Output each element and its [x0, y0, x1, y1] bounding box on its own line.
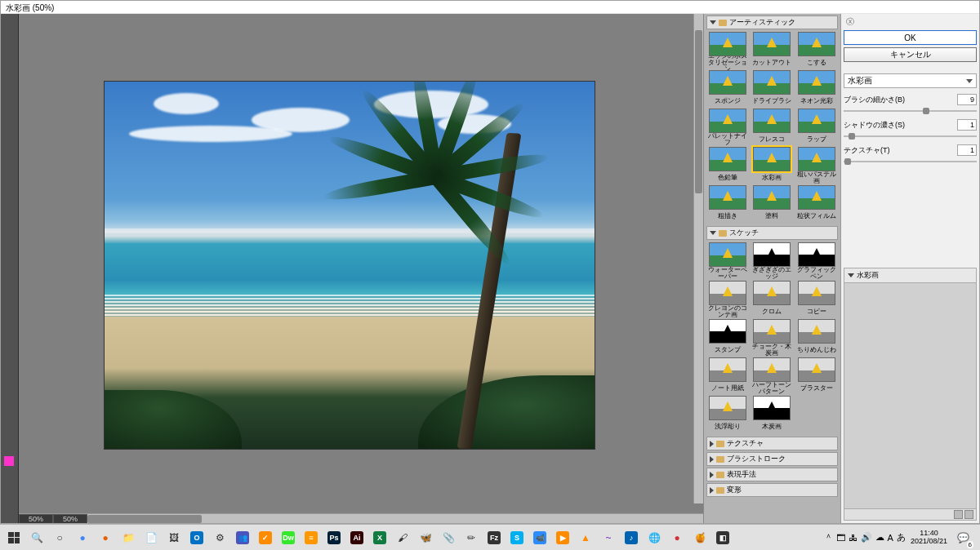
settings-icon[interactable]: ⚙ — [209, 527, 230, 548]
filter-thumb[interactable]: ネオン光彩 — [795, 70, 838, 107]
tray-chevron[interactable]: ＾ — [824, 531, 833, 543]
media-icon[interactable]: ▶ — [552, 527, 573, 548]
chrome-icon[interactable]: ● — [72, 527, 93, 548]
filter-thumb[interactable]: 粒状フィルム — [795, 185, 838, 222]
clip-icon[interactable]: 📎 — [438, 527, 459, 548]
category-closed[interactable]: 表現手法 — [706, 468, 838, 481]
filter-thumb[interactable]: 色鉛筆 — [706, 147, 749, 184]
music-icon[interactable]: ♪ — [621, 527, 642, 548]
category-artistic[interactable]: アーティスティック — [706, 16, 838, 29]
photoshop-icon[interactable]: Ps — [323, 527, 345, 548]
category-sketch[interactable]: スケッチ — [706, 226, 838, 240]
filter-thumb[interactable]: 水彩画 — [751, 147, 793, 184]
record-icon[interactable]: ● — [666, 527, 688, 548]
filter-thumb[interactable]: カットアウト — [751, 32, 793, 69]
category-closed[interactable]: 変形 — [706, 483, 838, 497]
horizontal-scrollbar[interactable] — [87, 514, 703, 524]
dreamweaver-icon[interactable]: Dw — [278, 527, 299, 548]
excel-icon[interactable]: X — [369, 527, 390, 548]
panel-marker: ⓧ — [844, 16, 977, 28]
preview-canvas[interactable] — [104, 81, 595, 450]
filter-label: パレットナイフ — [706, 134, 749, 145]
tray-battery[interactable]: 🗔 — [836, 533, 845, 543]
firefox-icon[interactable]: ● — [95, 527, 116, 548]
notes-icon[interactable]: 📄 — [140, 527, 162, 548]
zoom-readout-left[interactable]: 50% — [19, 514, 53, 524]
filter-thumb[interactable]: ぎざぎざのエッジ — [751, 242, 793, 279]
folder-icon — [716, 487, 724, 494]
globe-icon[interactable]: 🌐 — [644, 527, 665, 548]
illustrator-icon[interactable]: Ai — [346, 527, 368, 548]
teams-icon[interactable]: 👥 — [232, 527, 253, 548]
filter-thumb[interactable]: ちりめんじわ — [795, 319, 838, 356]
search-icon[interactable]: 🔍 — [26, 527, 47, 548]
filter-thumb[interactable]: 浅浮彫り — [706, 396, 749, 432]
filter-thumb[interactable]: ノート用紙 — [706, 357, 749, 394]
filter-thumb[interactable]: 粗描き — [706, 185, 749, 222]
param-slider[interactable] — [844, 131, 977, 141]
filter-thumb[interactable]: 塗料 — [751, 185, 793, 222]
tray-volume[interactable]: 🔊 — [861, 532, 872, 543]
tray-ime-a[interactable]: A — [888, 533, 893, 543]
filter-thumb[interactable]: グラフィックペン — [795, 242, 838, 279]
delete-effect-layer-icon[interactable] — [964, 510, 973, 519]
filter-select-dropdown[interactable]: 水彩画 — [844, 73, 977, 88]
ok-button[interactable]: OK — [844, 30, 977, 45]
explorer-icon[interactable]: 📁 — [118, 527, 139, 548]
outlook-icon[interactable]: O — [186, 527, 207, 548]
param-slider[interactable] — [844, 157, 977, 166]
filter-thumb[interactable]: クロム — [751, 281, 793, 317]
param-input[interactable] — [957, 94, 977, 105]
filter-thumb[interactable]: こする — [795, 32, 838, 69]
filter-label: ぎざぎざのエッジ — [751, 268, 793, 279]
param-slider[interactable] — [844, 106, 977, 116]
filter-thumb[interactable]: チョーク・木炭画 — [751, 319, 793, 356]
skype-icon[interactable]: S — [506, 527, 528, 548]
filter-thumb[interactable]: クレヨンのコンテ画 — [706, 281, 749, 317]
filter-thumb[interactable]: スタンプ — [706, 319, 749, 356]
start-button[interactable] — [3, 527, 24, 548]
filter-thumb[interactable]: パレットナイフ — [706, 109, 749, 145]
paint-icon[interactable]: 🖌 — [392, 527, 413, 548]
tray-network[interactable]: 🖧 — [849, 533, 858, 543]
canvas-area: 50% 50% — [19, 14, 703, 523]
filter-thumb[interactable]: 木炭画 — [751, 396, 793, 432]
category-closed[interactable]: テクスチャ — [706, 437, 838, 450]
cortana-icon[interactable]: ○ — [49, 527, 70, 548]
vertical-scrollbar[interactable] — [693, 14, 703, 503]
tray-ime[interactable]: あ — [897, 531, 906, 543]
tray-cloud[interactable]: ☁ — [875, 532, 884, 543]
filter-thumb[interactable]: プラスター — [795, 357, 838, 394]
butterfly-icon[interactable]: 🦋 — [415, 527, 436, 548]
sublime-icon[interactable]: ≡ — [301, 527, 322, 548]
wand-icon[interactable]: ✏ — [461, 527, 482, 548]
filter-thumb[interactable]: ラップ — [795, 109, 838, 145]
filter-thumb[interactable]: コピー — [795, 281, 838, 317]
jar-icon[interactable]: 🍯 — [689, 527, 710, 548]
wave-icon[interactable]: ~ — [598, 527, 619, 548]
flag-icon[interactable]: ◧ — [712, 527, 733, 548]
vlc-icon[interactable]: ▲ — [575, 527, 596, 548]
clock[interactable]: 11:40 2021/08/21 — [911, 530, 947, 546]
cancel-button[interactable]: キャンセル — [844, 47, 977, 62]
param-input[interactable] — [957, 119, 977, 131]
new-effect-layer-icon[interactable] — [954, 510, 963, 519]
filter-thumb[interactable]: スポンジ — [706, 70, 749, 107]
filter-thumb[interactable]: エッジのポスタリゼーション — [706, 32, 749, 69]
filter-label: 粗いパステル画 — [795, 172, 838, 184]
category-closed[interactable]: ブラシストローク — [706, 452, 838, 466]
layers-body[interactable] — [844, 283, 976, 508]
param-input[interactable] — [957, 144, 977, 156]
param-group: シャドウの濃さ(S) — [844, 119, 977, 141]
filter-thumb[interactable]: 粗いパステル画 — [795, 147, 838, 184]
filter-thumb[interactable]: ハーフトーンパターン — [751, 357, 793, 394]
zoom-readout[interactable]: 50% — [53, 514, 87, 524]
fz-icon[interactable]: Fz — [483, 527, 505, 548]
notifications-icon[interactable]: 💬6 — [952, 527, 973, 548]
filter-thumb[interactable]: フレスコ — [751, 109, 793, 145]
filter-thumb[interactable]: ウォーターペーパー — [706, 242, 749, 279]
zoom-icon[interactable]: 📹 — [529, 527, 550, 548]
todo-icon[interactable]: ✓ — [255, 527, 276, 548]
photos-icon[interactable]: 🖼 — [163, 527, 185, 548]
filter-thumb[interactable]: ドライブラシ — [751, 70, 793, 107]
